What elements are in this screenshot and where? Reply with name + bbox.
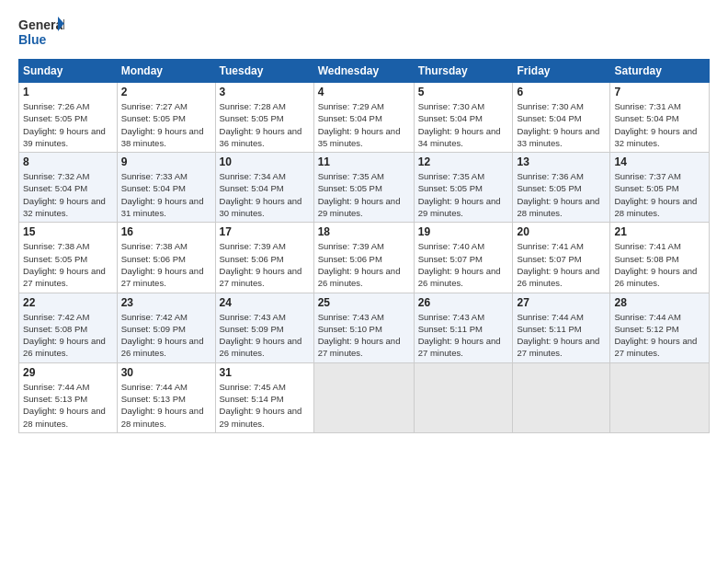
calendar-cell: 8 Sunrise: 7:32 AM Sunset: 5:04 PM Dayli…	[19, 153, 118, 223]
day-info: Sunrise: 7:43 AM Sunset: 5:09 PM Dayligh…	[220, 311, 310, 360]
day-number: 20	[517, 225, 606, 238]
calendar-week-4: 22 Sunrise: 7:42 AM Sunset: 5:08 PM Dayl…	[19, 293, 710, 362]
day-info: Sunrise: 7:43 AM Sunset: 5:10 PM Dayligh…	[318, 311, 410, 360]
day-info: Sunrise: 7:28 AM Sunset: 5:05 PM Dayligh…	[220, 100, 310, 149]
calendar-cell: 20 Sunrise: 7:41 AM Sunset: 5:07 PM Dayl…	[513, 223, 610, 293]
day-info: Sunrise: 7:30 AM Sunset: 5:04 PM Dayligh…	[418, 100, 509, 149]
calendar-cell: 15 Sunrise: 7:38 AM Sunset: 5:05 PM Dayl…	[19, 223, 118, 293]
day-number: 27	[517, 296, 606, 309]
calendar-cell: 23 Sunrise: 7:42 AM Sunset: 5:09 PM Dayl…	[117, 293, 215, 362]
calendar-cell: 25 Sunrise: 7:43 AM Sunset: 5:10 PM Dayl…	[313, 293, 414, 362]
day-number: 26	[418, 296, 509, 309]
day-number: 5	[418, 86, 509, 98]
logo-svg: General Blue	[18, 15, 64, 50]
day-number: 30	[121, 366, 211, 379]
day-info: Sunrise: 7:38 AM Sunset: 5:06 PM Dayligh…	[121, 240, 211, 289]
calendar-cell: 11 Sunrise: 7:35 AM Sunset: 5:05 PM Dayl…	[313, 153, 414, 223]
day-number: 7	[614, 86, 705, 98]
day-info: Sunrise: 7:35 AM Sunset: 5:05 PM Dayligh…	[418, 170, 509, 219]
day-info: Sunrise: 7:32 AM Sunset: 5:04 PM Dayligh…	[23, 170, 113, 219]
day-info: Sunrise: 7:36 AM Sunset: 5:05 PM Dayligh…	[517, 170, 606, 219]
calendar-header-saturday: Saturday	[610, 60, 710, 83]
calendar-cell: 16 Sunrise: 7:38 AM Sunset: 5:06 PM Dayl…	[117, 223, 215, 293]
day-number: 14	[614, 155, 705, 168]
day-number: 22	[23, 296, 113, 309]
day-number: 8	[23, 155, 113, 168]
day-number: 29	[23, 366, 113, 379]
day-info: Sunrise: 7:42 AM Sunset: 5:08 PM Dayligh…	[23, 311, 113, 360]
day-info: Sunrise: 7:34 AM Sunset: 5:04 PM Dayligh…	[220, 170, 310, 219]
day-info: Sunrise: 7:40 AM Sunset: 5:07 PM Dayligh…	[418, 240, 509, 289]
day-number: 21	[614, 225, 705, 238]
calendar-cell: 26 Sunrise: 7:43 AM Sunset: 5:11 PM Dayl…	[414, 293, 513, 362]
calendar-header-tuesday: Tuesday	[215, 60, 313, 83]
calendar-week-3: 15 Sunrise: 7:38 AM Sunset: 5:05 PM Dayl…	[19, 223, 710, 293]
calendar-header-sunday: Sunday	[19, 60, 118, 83]
calendar-header-friday: Friday	[513, 60, 610, 83]
day-info: Sunrise: 7:29 AM Sunset: 5:04 PM Dayligh…	[318, 100, 410, 149]
calendar-cell: 12 Sunrise: 7:35 AM Sunset: 5:05 PM Dayl…	[414, 153, 513, 223]
calendar-cell	[414, 362, 513, 432]
calendar-week-2: 8 Sunrise: 7:32 AM Sunset: 5:04 PM Dayli…	[19, 153, 710, 223]
day-info: Sunrise: 7:37 AM Sunset: 5:05 PM Dayligh…	[614, 170, 705, 219]
day-info: Sunrise: 7:44 AM Sunset: 5:13 PM Dayligh…	[23, 381, 113, 430]
day-number: 6	[517, 86, 606, 98]
calendar-header-wednesday: Wednesday	[313, 60, 414, 83]
svg-text:General: General	[18, 17, 64, 32]
day-info: Sunrise: 7:39 AM Sunset: 5:06 PM Dayligh…	[318, 240, 410, 289]
calendar-cell: 2 Sunrise: 7:27 AM Sunset: 5:05 PM Dayli…	[117, 83, 215, 153]
calendar-cell: 9 Sunrise: 7:33 AM Sunset: 5:04 PM Dayli…	[117, 153, 215, 223]
day-info: Sunrise: 7:26 AM Sunset: 5:05 PM Dayligh…	[23, 100, 113, 149]
day-info: Sunrise: 7:33 AM Sunset: 5:04 PM Dayligh…	[121, 170, 211, 219]
calendar-cell: 4 Sunrise: 7:29 AM Sunset: 5:04 PM Dayli…	[313, 83, 414, 153]
calendar: SundayMondayTuesdayWednesdayThursdayFrid…	[18, 59, 710, 433]
calendar-header-thursday: Thursday	[414, 60, 513, 83]
header: General Blue	[18, 15, 710, 50]
calendar-cell: 18 Sunrise: 7:39 AM Sunset: 5:06 PM Dayl…	[313, 223, 414, 293]
calendar-week-5: 29 Sunrise: 7:44 AM Sunset: 5:13 PM Dayl…	[19, 362, 710, 432]
calendar-cell: 14 Sunrise: 7:37 AM Sunset: 5:05 PM Dayl…	[610, 153, 710, 223]
day-info: Sunrise: 7:27 AM Sunset: 5:05 PM Dayligh…	[121, 100, 211, 149]
calendar-cell: 29 Sunrise: 7:44 AM Sunset: 5:13 PM Dayl…	[19, 362, 118, 432]
day-info: Sunrise: 7:38 AM Sunset: 5:05 PM Dayligh…	[23, 240, 113, 289]
day-info: Sunrise: 7:30 AM Sunset: 5:04 PM Dayligh…	[517, 100, 606, 149]
day-info: Sunrise: 7:41 AM Sunset: 5:07 PM Dayligh…	[517, 240, 606, 289]
day-info: Sunrise: 7:35 AM Sunset: 5:05 PM Dayligh…	[318, 170, 410, 219]
day-number: 17	[220, 225, 310, 238]
logo: General Blue	[18, 15, 64, 50]
calendar-cell: 28 Sunrise: 7:44 AM Sunset: 5:12 PM Dayl…	[610, 293, 710, 362]
calendar-cell: 30 Sunrise: 7:44 AM Sunset: 5:13 PM Dayl…	[117, 362, 215, 432]
day-number: 13	[517, 155, 606, 168]
day-info: Sunrise: 7:31 AM Sunset: 5:04 PM Dayligh…	[614, 100, 705, 149]
calendar-cell	[313, 362, 414, 432]
calendar-header-row: SundayMondayTuesdayWednesdayThursdayFrid…	[19, 60, 710, 83]
day-number: 2	[121, 86, 211, 98]
day-info: Sunrise: 7:44 AM Sunset: 5:13 PM Dayligh…	[121, 381, 211, 430]
day-info: Sunrise: 7:42 AM Sunset: 5:09 PM Dayligh…	[121, 311, 211, 360]
day-number: 24	[220, 296, 310, 309]
day-number: 19	[418, 225, 509, 238]
day-number: 15	[23, 225, 113, 238]
day-number: 1	[23, 86, 113, 98]
calendar-cell: 27 Sunrise: 7:44 AM Sunset: 5:11 PM Dayl…	[513, 293, 610, 362]
day-info: Sunrise: 7:44 AM Sunset: 5:12 PM Dayligh…	[614, 311, 705, 360]
day-number: 18	[318, 225, 410, 238]
calendar-cell: 3 Sunrise: 7:28 AM Sunset: 5:05 PM Dayli…	[215, 83, 313, 153]
svg-text:Blue: Blue	[18, 32, 47, 47]
calendar-cell: 17 Sunrise: 7:39 AM Sunset: 5:06 PM Dayl…	[215, 223, 313, 293]
calendar-cell: 6 Sunrise: 7:30 AM Sunset: 5:04 PM Dayli…	[513, 83, 610, 153]
calendar-cell	[513, 362, 610, 432]
day-number: 16	[121, 225, 211, 238]
calendar-week-1: 1 Sunrise: 7:26 AM Sunset: 5:05 PM Dayli…	[19, 83, 710, 153]
day-number: 23	[121, 296, 211, 309]
day-number: 28	[614, 296, 705, 309]
calendar-cell: 10 Sunrise: 7:34 AM Sunset: 5:04 PM Dayl…	[215, 153, 313, 223]
day-number: 12	[418, 155, 509, 168]
day-info: Sunrise: 7:43 AM Sunset: 5:11 PM Dayligh…	[418, 311, 509, 360]
calendar-cell: 13 Sunrise: 7:36 AM Sunset: 5:05 PM Dayl…	[513, 153, 610, 223]
day-number: 9	[121, 155, 211, 168]
calendar-cell: 7 Sunrise: 7:31 AM Sunset: 5:04 PM Dayli…	[610, 83, 710, 153]
day-number: 31	[220, 366, 310, 379]
calendar-cell: 5 Sunrise: 7:30 AM Sunset: 5:04 PM Dayli…	[414, 83, 513, 153]
calendar-cell: 22 Sunrise: 7:42 AM Sunset: 5:08 PM Dayl…	[19, 293, 118, 362]
